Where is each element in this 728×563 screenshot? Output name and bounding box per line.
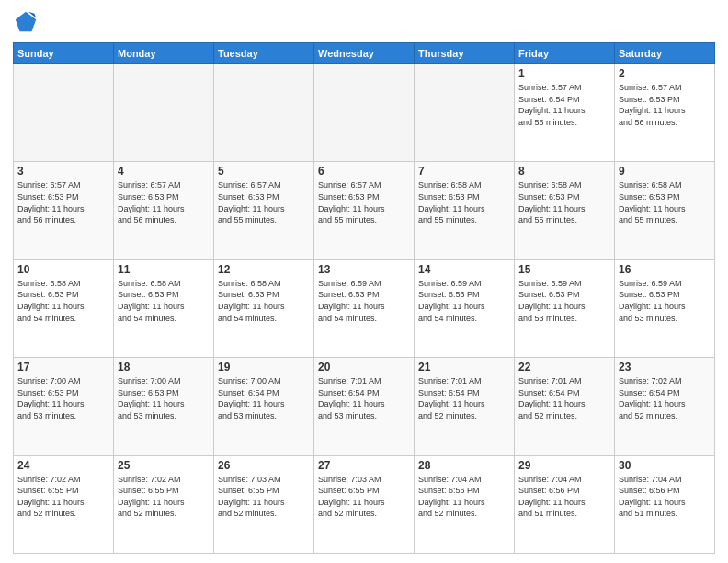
calendar-table: SundayMondayTuesdayWednesdayThursdayFrid… <box>13 42 715 554</box>
calendar-cell: 12Sunrise: 6:58 AM Sunset: 6:53 PM Dayli… <box>214 259 314 357</box>
weekday-header-row: SundayMondayTuesdayWednesdayThursdayFrid… <box>14 43 715 64</box>
day-number: 22 <box>518 361 610 373</box>
day-info: Sunrise: 7:01 AM Sunset: 6:54 PM Dayligh… <box>418 375 510 421</box>
day-number: 20 <box>318 361 410 373</box>
calendar-cell: 13Sunrise: 6:59 AM Sunset: 6:53 PM Dayli… <box>314 259 415 357</box>
day-info: Sunrise: 6:59 AM Sunset: 6:53 PM Dayligh… <box>518 278 610 324</box>
calendar-cell: 11Sunrise: 6:58 AM Sunset: 6:53 PM Dayli… <box>114 259 214 357</box>
weekday-header-saturday: Saturday <box>615 43 715 64</box>
day-info: Sunrise: 6:59 AM Sunset: 6:53 PM Dayligh… <box>418 278 510 324</box>
calendar-cell: 2Sunrise: 6:57 AM Sunset: 6:53 PM Daylig… <box>615 64 715 162</box>
day-info: Sunrise: 7:02 AM Sunset: 6:55 PM Dayligh… <box>17 474 109 520</box>
day-number: 2 <box>619 67 711 80</box>
calendar-cell: 27Sunrise: 7:03 AM Sunset: 6:55 PM Dayli… <box>314 455 415 553</box>
calendar-cell: 20Sunrise: 7:01 AM Sunset: 6:54 PM Dayli… <box>314 358 415 455</box>
logo <box>13 9 42 35</box>
calendar-cell: 5Sunrise: 6:57 AM Sunset: 6:53 PM Daylig… <box>214 162 314 259</box>
day-number: 13 <box>318 263 410 276</box>
weekday-header-friday: Friday <box>515 43 615 64</box>
calendar-cell: 26Sunrise: 7:03 AM Sunset: 6:55 PM Dayli… <box>214 455 314 553</box>
logo-icon <box>13 9 39 35</box>
calendar-week-row: 24Sunrise: 7:02 AM Sunset: 6:55 PM Dayli… <box>14 455 715 553</box>
calendar-cell: 28Sunrise: 7:04 AM Sunset: 6:56 PM Dayli… <box>415 455 515 553</box>
day-info: Sunrise: 6:58 AM Sunset: 6:53 PM Dayligh… <box>418 179 510 225</box>
calendar-cell <box>415 64 515 162</box>
day-info: Sunrise: 6:58 AM Sunset: 6:53 PM Dayligh… <box>619 179 711 225</box>
day-info: Sunrise: 6:57 AM Sunset: 6:53 PM Dayligh… <box>619 82 711 128</box>
day-info: Sunrise: 6:57 AM Sunset: 6:54 PM Dayligh… <box>518 82 610 128</box>
day-info: Sunrise: 7:00 AM Sunset: 6:54 PM Dayligh… <box>218 375 310 421</box>
day-number: 9 <box>619 165 711 178</box>
calendar-cell: 16Sunrise: 6:59 AM Sunset: 6:53 PM Dayli… <box>615 259 715 357</box>
calendar-cell: 14Sunrise: 6:59 AM Sunset: 6:53 PM Dayli… <box>415 259 515 357</box>
day-number: 10 <box>17 263 109 276</box>
weekday-header-wednesday: Wednesday <box>314 43 415 64</box>
day-number: 8 <box>518 165 610 178</box>
calendar-cell: 19Sunrise: 7:00 AM Sunset: 6:54 PM Dayli… <box>214 358 314 455</box>
day-info: Sunrise: 6:57 AM Sunset: 6:53 PM Dayligh… <box>118 179 210 225</box>
calendar-cell: 7Sunrise: 6:58 AM Sunset: 6:53 PM Daylig… <box>415 162 515 259</box>
day-number: 27 <box>318 459 410 472</box>
calendar-cell: 3Sunrise: 6:57 AM Sunset: 6:53 PM Daylig… <box>14 162 114 259</box>
calendar-cell: 17Sunrise: 7:00 AM Sunset: 6:53 PM Dayli… <box>14 358 114 455</box>
day-info: Sunrise: 7:00 AM Sunset: 6:53 PM Dayligh… <box>17 375 109 421</box>
day-info: Sunrise: 7:03 AM Sunset: 6:55 PM Dayligh… <box>218 474 310 520</box>
day-number: 5 <box>218 165 310 178</box>
calendar-cell: 21Sunrise: 7:01 AM Sunset: 6:54 PM Dayli… <box>415 358 515 455</box>
day-number: 7 <box>418 165 510 178</box>
calendar-cell <box>314 64 415 162</box>
calendar-cell <box>114 64 214 162</box>
day-info: Sunrise: 7:03 AM Sunset: 6:55 PM Dayligh… <box>318 474 410 520</box>
calendar-cell: 15Sunrise: 6:59 AM Sunset: 6:53 PM Dayli… <box>515 259 615 357</box>
day-number: 6 <box>318 165 410 178</box>
calendar-cell: 30Sunrise: 7:04 AM Sunset: 6:56 PM Dayli… <box>615 455 715 553</box>
calendar-week-row: 10Sunrise: 6:58 AM Sunset: 6:53 PM Dayli… <box>14 259 715 357</box>
day-info: Sunrise: 7:02 AM Sunset: 6:55 PM Dayligh… <box>118 474 210 520</box>
day-number: 18 <box>118 361 210 373</box>
calendar-cell: 22Sunrise: 7:01 AM Sunset: 6:54 PM Dayli… <box>515 358 615 455</box>
calendar-cell: 18Sunrise: 7:00 AM Sunset: 6:53 PM Dayli… <box>114 358 214 455</box>
day-number: 28 <box>418 459 510 472</box>
day-info: Sunrise: 6:59 AM Sunset: 6:53 PM Dayligh… <box>318 278 410 324</box>
calendar-cell: 4Sunrise: 6:57 AM Sunset: 6:53 PM Daylig… <box>114 162 214 259</box>
calendar-cell: 24Sunrise: 7:02 AM Sunset: 6:55 PM Dayli… <box>14 455 114 553</box>
calendar-cell: 25Sunrise: 7:02 AM Sunset: 6:55 PM Dayli… <box>114 455 214 553</box>
calendar-week-row: 1Sunrise: 6:57 AM Sunset: 6:54 PM Daylig… <box>14 64 715 162</box>
day-number: 23 <box>619 361 711 373</box>
day-number: 16 <box>619 263 711 276</box>
calendar-cell <box>214 64 314 162</box>
day-number: 1 <box>518 67 610 80</box>
day-number: 24 <box>17 459 109 472</box>
day-number: 12 <box>218 263 310 276</box>
day-number: 26 <box>218 459 310 472</box>
calendar-cell: 9Sunrise: 6:58 AM Sunset: 6:53 PM Daylig… <box>615 162 715 259</box>
header <box>13 9 715 35</box>
day-number: 17 <box>17 361 109 373</box>
day-number: 21 <box>418 361 510 373</box>
day-number: 29 <box>518 459 610 472</box>
day-info: Sunrise: 7:02 AM Sunset: 6:54 PM Dayligh… <box>619 375 711 421</box>
day-info: Sunrise: 6:58 AM Sunset: 6:53 PM Dayligh… <box>17 278 109 324</box>
day-info: Sunrise: 6:58 AM Sunset: 6:53 PM Dayligh… <box>218 278 310 324</box>
day-number: 11 <box>118 263 210 276</box>
day-info: Sunrise: 7:01 AM Sunset: 6:54 PM Dayligh… <box>518 375 610 421</box>
day-info: Sunrise: 6:59 AM Sunset: 6:53 PM Dayligh… <box>619 278 711 324</box>
day-info: Sunrise: 6:57 AM Sunset: 6:53 PM Dayligh… <box>17 179 109 225</box>
calendar-week-row: 3Sunrise: 6:57 AM Sunset: 6:53 PM Daylig… <box>14 162 715 259</box>
calendar-cell: 10Sunrise: 6:58 AM Sunset: 6:53 PM Dayli… <box>14 259 114 357</box>
calendar-cell: 29Sunrise: 7:04 AM Sunset: 6:56 PM Dayli… <box>515 455 615 553</box>
day-info: Sunrise: 7:04 AM Sunset: 6:56 PM Dayligh… <box>418 474 510 520</box>
day-number: 14 <box>418 263 510 276</box>
day-number: 30 <box>619 459 711 472</box>
weekday-header-thursday: Thursday <box>415 43 515 64</box>
calendar-cell: 1Sunrise: 6:57 AM Sunset: 6:54 PM Daylig… <box>515 64 615 162</box>
calendar-week-row: 17Sunrise: 7:00 AM Sunset: 6:53 PM Dayli… <box>14 358 715 455</box>
day-info: Sunrise: 7:00 AM Sunset: 6:53 PM Dayligh… <box>118 375 210 421</box>
day-info: Sunrise: 7:04 AM Sunset: 6:56 PM Dayligh… <box>518 474 610 520</box>
calendar-cell <box>14 64 114 162</box>
day-info: Sunrise: 7:01 AM Sunset: 6:54 PM Dayligh… <box>318 375 410 421</box>
calendar-cell: 6Sunrise: 6:57 AM Sunset: 6:53 PM Daylig… <box>314 162 415 259</box>
day-number: 25 <box>118 459 210 472</box>
weekday-header-sunday: Sunday <box>14 43 114 64</box>
day-info: Sunrise: 6:58 AM Sunset: 6:53 PM Dayligh… <box>518 179 610 225</box>
